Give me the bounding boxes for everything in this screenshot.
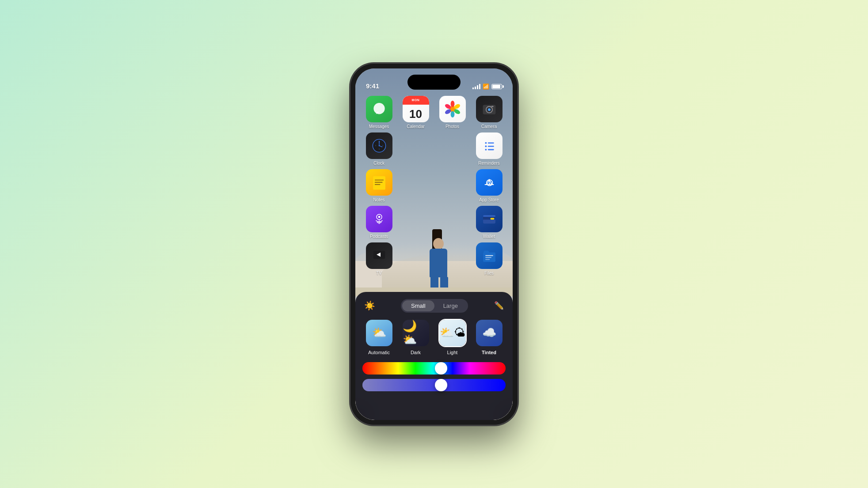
bottom-panel: ☀️ Small Large ✏️ ⛅ xyxy=(355,292,513,420)
theme-light[interactable]: ⛅🌤 Light xyxy=(436,319,469,355)
signal-icon xyxy=(472,84,480,89)
empty-slot-2 xyxy=(436,132,462,159)
empty-slot-4 xyxy=(436,169,462,196)
eyedropper-icon[interactable]: ✏️ xyxy=(494,301,504,310)
svg-rect-23 xyxy=(487,142,494,144)
theme-tinted-label: Tinted xyxy=(482,350,496,355)
app-messages-label: Messages xyxy=(369,124,389,129)
svg-point-24 xyxy=(485,145,487,147)
hue-slider-container xyxy=(362,362,506,375)
app-clock-label: Clock xyxy=(373,161,385,166)
app-calendar[interactable]: MON 10 Calendar xyxy=(399,96,432,129)
app-files-label: Files xyxy=(484,271,494,276)
app-podcasts-label: Podcasts xyxy=(370,234,388,239)
svg-point-6 xyxy=(450,111,454,117)
saturation-slider[interactable] xyxy=(362,379,506,391)
app-reminders-label: Reminders xyxy=(478,161,499,166)
svg-rect-42 xyxy=(485,255,493,256)
theme-automatic-label: Automatic xyxy=(368,350,390,355)
app-tv[interactable]: TV xyxy=(362,242,396,276)
theme-automatic[interactable]: ⛅ Automatic xyxy=(362,319,396,355)
svg-point-12 xyxy=(488,108,491,111)
svg-rect-29 xyxy=(374,179,383,180)
phone-body: 9:41 📶 xyxy=(350,63,518,425)
app-notes[interactable]: Notes xyxy=(362,169,396,202)
battery-icon xyxy=(491,84,502,89)
hue-slider[interactable] xyxy=(362,362,506,375)
svg-rect-40 xyxy=(483,215,495,217)
theme-dark[interactable]: 🌙⛅ Dark xyxy=(399,319,432,355)
empty-slot-7 xyxy=(399,242,426,269)
svg-rect-44 xyxy=(485,259,490,260)
theme-light-label: Light xyxy=(447,350,458,355)
app-tv-label: TV xyxy=(376,271,382,276)
svg-rect-28 xyxy=(373,176,385,189)
size-toggle-row: ☀️ Small Large ✏️ xyxy=(362,299,506,313)
empty-slot-5 xyxy=(399,206,426,232)
size-large-button[interactable]: Large xyxy=(434,300,467,311)
theme-tinted[interactable]: ☁️ Tinted xyxy=(472,319,506,355)
svg-point-26 xyxy=(485,148,487,150)
app-files[interactable]: Files xyxy=(472,242,506,276)
empty-slot-8 xyxy=(436,242,462,269)
app-photos[interactable]: Photos xyxy=(436,96,469,129)
app-clock[interactable]: 12 6 9 3 Clock xyxy=(362,132,396,166)
theme-options: ⛅ Automatic 🌙⛅ Dark xyxy=(362,319,506,355)
phone-container: 9:41 📶 xyxy=(350,63,518,425)
app-podcasts[interactable]: Podcasts xyxy=(362,206,396,239)
app-wallet-label: Wallet xyxy=(483,234,495,239)
empty-slot-3 xyxy=(399,169,426,196)
app-calendar-label: Calendar xyxy=(407,124,425,129)
theme-dark-label: Dark xyxy=(411,350,421,355)
saturation-slider-thumb[interactable] xyxy=(435,379,447,391)
app-reminders[interactable]: Reminders xyxy=(472,132,506,166)
phone-screen: 9:41 📶 xyxy=(355,68,513,420)
wifi-icon: 📶 xyxy=(483,83,489,90)
svg-rect-31 xyxy=(374,184,380,185)
status-icons: 📶 xyxy=(472,83,502,90)
svg-rect-43 xyxy=(485,257,491,258)
svg-rect-30 xyxy=(374,182,382,182)
svg-rect-39 xyxy=(490,218,494,219)
home-screen: Messages MON 10 Calendar xyxy=(355,92,513,296)
svg-rect-27 xyxy=(487,149,494,150)
app-wallet[interactable]: Wallet xyxy=(472,206,506,239)
saturation-slider-container xyxy=(362,379,506,391)
status-time: 9:41 xyxy=(366,82,379,90)
app-notes-label: Notes xyxy=(373,197,385,202)
svg-point-3 xyxy=(450,100,454,107)
app-photos-label: Photos xyxy=(445,124,459,129)
svg-point-0 xyxy=(373,103,385,114)
svg-text:12: 12 xyxy=(378,141,380,143)
empty-slot-6 xyxy=(436,206,462,232)
size-small-button[interactable]: Small xyxy=(402,300,434,311)
app-camera[interactable]: Camera xyxy=(472,96,506,129)
app-appstore[interactable]: ⊕ App Store xyxy=(472,169,506,202)
hue-slider-thumb[interactable] xyxy=(435,362,447,375)
app-camera-label: Camera xyxy=(481,124,497,129)
svg-point-22 xyxy=(485,142,487,144)
brightness-icon: ☀️ xyxy=(364,300,375,311)
dynamic-island xyxy=(407,75,461,90)
svg-rect-25 xyxy=(487,146,494,147)
empty-slot-1 xyxy=(399,132,426,159)
app-appstore-label: App Store xyxy=(479,197,499,202)
svg-point-35 xyxy=(378,216,380,218)
svg-rect-13 xyxy=(491,106,493,106)
size-toggle[interactable]: Small Large xyxy=(401,299,468,313)
app-messages[interactable]: Messages xyxy=(362,96,396,129)
